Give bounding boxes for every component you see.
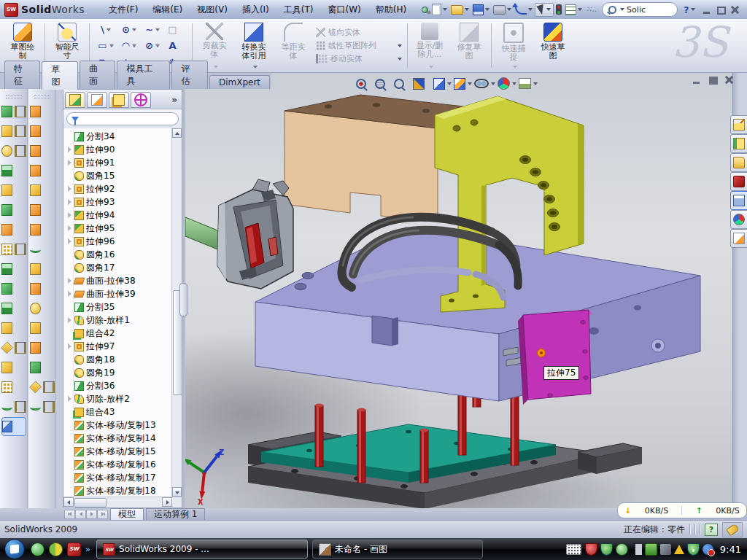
quicklaunch-overflow-chevron[interactable]: » — [85, 545, 90, 554]
mold-tool-button[interactable] — [30, 240, 55, 259]
tree-item[interactable]: 拉伸96 — [66, 235, 172, 248]
tray-icon[interactable] — [645, 543, 657, 556]
tab-features[interactable]: 特征 — [4, 61, 40, 89]
sketch-entity-button[interactable]: □ — [165, 22, 187, 38]
convert-entities-button[interactable]: 转换实 体引用 — [234, 20, 274, 71]
tree-item[interactable]: 曲面-拉伸39 — [66, 287, 172, 300]
expand-arrow-icon[interactable] — [66, 186, 72, 192]
search-input[interactable]: Solic — [602, 2, 678, 17]
tree-horizontal-scrollbar[interactable] — [63, 497, 182, 508]
tray-icon[interactable] — [631, 544, 642, 555]
status-help-button[interactable]: ? — [705, 524, 718, 536]
tab-appearances[interactable] — [730, 210, 747, 229]
tree-item[interactable]: 圆角18 — [66, 353, 172, 366]
first-tab-button[interactable] — [64, 510, 75, 519]
view-tool-button[interactable] — [498, 77, 516, 90]
tree-item[interactable]: 分割36 — [66, 379, 172, 392]
view-tool-button[interactable] — [394, 79, 411, 89]
start-button[interactable] — [4, 539, 25, 559]
tree-item[interactable]: 拉伸91 — [66, 156, 172, 169]
tree-item[interactable]: 拉伸90 — [66, 143, 172, 156]
tab-sketch[interactable]: 草图 — [42, 61, 77, 90]
menu-item[interactable]: 帮助(H) — [369, 1, 413, 18]
last-tab-button[interactable] — [97, 510, 108, 519]
tree-item[interactable]: 实体-移动/复制18 — [66, 484, 172, 497]
search-dropdown-icon[interactable] — [620, 8, 624, 11]
tree-item[interactable]: 组合43 — [66, 405, 172, 419]
mold-tool-button[interactable] — [30, 161, 55, 180]
mold-tool-button[interactable] — [30, 141, 55, 160]
tree-item[interactable]: 切除-放样1 — [66, 314, 172, 327]
sketch-entity-button[interactable]: ⊘ — [142, 38, 163, 54]
tab-evaluate[interactable]: 评估 — [171, 61, 207, 89]
scroll-down-button[interactable] — [172, 487, 182, 497]
feature-tool-button[interactable] — [1, 397, 26, 416]
feature-tool-button[interactable] — [1, 220, 26, 239]
mold-tool-button[interactable] — [30, 299, 55, 318]
mold-tool-button[interactable] — [30, 378, 55, 397]
mold-tool-button[interactable] — [30, 220, 55, 239]
tree-item[interactable]: 圆角17 — [66, 261, 172, 274]
network-speed-widget[interactable]: ↓ 0KB/S ↑ 0KB/S — [617, 502, 747, 518]
mirror-entities-button[interactable]: 镜向实体 — [316, 27, 402, 38]
next-tab-button[interactable] — [86, 510, 97, 519]
scroll-right-button[interactable] — [162, 497, 172, 507]
feature-tool-button[interactable] — [1, 201, 26, 219]
feature-tool-button[interactable] — [1, 319, 26, 338]
taskbar-task-solidworks[interactable]: SW SolidWorks 2009 - ... — [96, 540, 308, 559]
expand-arrow-icon[interactable] — [66, 225, 72, 231]
tab-custom-properties[interactable] — [730, 229, 747, 248]
tree-item[interactable]: 实体-移动/复制16 — [66, 458, 172, 471]
sketch-entity-button[interactable]: ~ — [142, 22, 163, 38]
motion-study-tab[interactable]: 运动算例 1 — [146, 508, 205, 520]
feature-tool-button[interactable] — [1, 299, 26, 318]
quicklaunch-safety-icon[interactable] — [49, 542, 63, 556]
tab-solidworks-resources[interactable] — [730, 115, 747, 134]
help-button[interactable]: ? — [684, 4, 689, 15]
mold-tool-button[interactable] — [30, 260, 55, 279]
feature-tool-button[interactable] — [1, 240, 26, 259]
tree-item[interactable]: 拉伸97 — [66, 340, 172, 353]
restore-button[interactable] — [716, 6, 726, 14]
toolbar-overflow-icon[interactable]: ⁙.. — [584, 2, 596, 17]
mold-tool-button[interactable] — [30, 319, 55, 338]
rebuild-traffic-light-icon[interactable] — [554, 2, 563, 17]
model-tab[interactable]: 模型 — [110, 508, 144, 520]
tree-item[interactable]: 组合42 — [66, 327, 172, 340]
expand-arrow-icon[interactable] — [66, 343, 72, 349]
tab-search[interactable] — [730, 172, 747, 191]
tree-item[interactable]: 拉伸92 — [66, 182, 172, 195]
panel-overflow-button[interactable]: » — [171, 95, 180, 105]
taskbar-clock[interactable]: 9:41 — [720, 544, 741, 555]
panel-splitter-handle[interactable] — [179, 283, 187, 316]
open-button[interactable] — [449, 2, 471, 17]
minimize-button[interactable] — [703, 6, 712, 14]
menu-item[interactable]: 插入(I) — [236, 1, 276, 18]
previous-tab-button[interactable] — [75, 510, 86, 519]
tray-icon[interactable] — [703, 544, 713, 555]
expand-arrow-icon[interactable] — [66, 278, 72, 284]
mold-tool-button[interactable] — [30, 338, 55, 357]
mold-tool-button[interactable] — [30, 102, 55, 121]
new-document-button[interactable] — [430, 2, 449, 17]
scroll-left-button[interactable] — [63, 497, 74, 507]
feature-manager-tab[interactable] — [65, 92, 85, 108]
offset-entities-button[interactable]: 等距实 体 — [274, 20, 313, 71]
tray-icon[interactable] — [600, 543, 613, 556]
view-tool-button[interactable] — [454, 78, 472, 90]
feature-tool-button[interactable] — [1, 102, 26, 121]
view-tool-button[interactable] — [474, 79, 495, 88]
display-manager-tab[interactable] — [131, 92, 151, 108]
tree-item[interactable]: 实体-移动/复制13 — [66, 419, 172, 432]
feature-tool-button[interactable] — [1, 141, 26, 160]
tray-icon[interactable] — [674, 545, 684, 554]
tag-cell[interactable] — [722, 522, 743, 537]
feature-tool-button[interactable] — [1, 279, 26, 298]
tree-item[interactable]: 拉伸95 — [66, 222, 172, 235]
view-tool-button[interactable] — [356, 79, 373, 89]
expand-arrow-icon[interactable] — [66, 160, 72, 166]
menu-item[interactable]: 工具(T) — [277, 1, 320, 18]
tree-filter-input[interactable] — [66, 112, 179, 125]
view-tool-button[interactable] — [519, 78, 538, 89]
feature-tool-button[interactable] — [1, 417, 26, 436]
